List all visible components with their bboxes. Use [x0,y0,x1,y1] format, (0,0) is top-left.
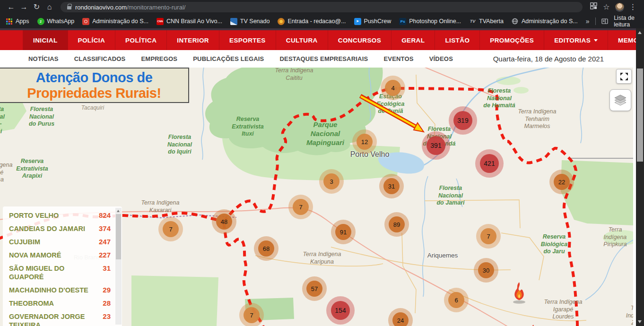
list-item[interactable]: PORTO VELHO824 [3,209,122,222]
current-date: Quarta-feira, 18 de Agosto de 2021 [493,55,604,63]
fire-cluster-marker[interactable]: 89 [389,216,405,232]
fullscreen-icon [619,72,629,81]
forward-icon[interactable]: → [17,1,30,13]
chevron-down-icon [594,39,598,42]
fire-cluster-marker[interactable]: 31 [383,178,400,194]
fire-cluster-marker[interactable]: 24 [392,312,409,326]
bookmarks-right-group: » Lista de leitura [586,15,638,28]
panel-scrollbar-thumb[interactable] [116,214,121,259]
list-item[interactable]: CANDEIAS DO JAMARI374 [3,222,122,235]
fire-cluster-marker[interactable]: 7 [163,221,179,237]
fire-cluster-marker[interactable]: 48 [216,214,232,230]
whatsapp-icon: 2 [37,18,44,25]
panel-scrollbar[interactable] [115,208,122,325]
nav-item-inicial[interactable]: INICIAL [23,30,68,50]
nav-item-geral[interactable]: GERAL [392,30,435,50]
bookmark-whatsapp[interactable]: 2 WhatsApp [37,18,75,25]
page-scrollbar[interactable] [636,28,644,326]
scroll-down-icon[interactable] [638,320,642,323]
fire-cluster-marker[interactable]: 30 [478,262,494,278]
webmail-icon [278,18,285,25]
fire-icon [511,281,528,306]
fullscreen-button[interactable] [616,69,632,84]
url-host: rondoniaovivo.com [75,4,127,11]
profile-avatar[interactable] [615,3,624,12]
nav-item-editorias[interactable]: EDITORIAS [544,30,608,50]
bookmark-entrada-webmail[interactable]: Entrada - redacao@... [278,18,346,25]
secondary-navigation: NOTÍCIAS CLASSIFICADOS EMPREGOS PUBLICAÇ… [0,50,636,68]
bookmark-administracao-1[interactable]: Administração do S... [82,18,148,25]
reading-list-icon [601,18,608,25]
apps-shortcut[interactable]: Apps [6,18,29,25]
bookmark-star-icon[interactable]: ☆ [600,1,613,13]
subnav-empregos[interactable]: EMPREGOS [141,55,178,62]
bookmark-tvaberta[interactable]: TV TVAberta [469,18,504,25]
fire-icon [525,324,542,326]
nav-item-politica[interactable]: POLÍTICA [115,30,167,50]
tv-senado-icon [230,18,237,25]
subnav-eventos[interactable]: EVENTOS [383,55,413,62]
bookmarks-overflow-chevron[interactable]: » [586,17,590,25]
nav-item-listao[interactable]: LISTÃO [435,30,480,50]
fire-cluster-marker[interactable]: 7 [244,307,260,323]
list-item[interactable]: MACHADINHO D'OESTE29 [3,283,122,297]
address-bar[interactable]: rondoniaovivo.com/monitoramento-rural/ [61,2,583,12]
subnav-noticias[interactable]: NOTÍCIAS [28,55,59,62]
fire-cluster-marker[interactable]: 12 [357,134,373,150]
nav-item-policia[interactable]: POLÍCIA [68,30,116,50]
list-item[interactable]: THEOBROMA28 [3,297,122,310]
nav-item-cultura[interactable]: CULTURA [276,30,328,50]
bookmark-tv-senado[interactable]: TV Senado [230,18,270,25]
fire-cluster-marker[interactable]: 6 [448,292,464,308]
fire-cluster-marker[interactable]: 421 [480,154,499,173]
bookmarks-bar: Apps 2 WhatsApp Administração do S... CN… [0,14,644,28]
banner-line1: Atenção Donos de [36,70,153,86]
nav-item-promocoes[interactable]: PROMOÇÕES [480,30,544,50]
bookmark-administracao-2[interactable]: Administração do S... [512,18,578,25]
cnn-icon: CNN [157,18,164,25]
list-item[interactable]: NOVA MAMORÉ227 [3,249,122,262]
globe-icon [512,18,519,25]
apps-grid-icon [6,18,13,25]
rural-properties-banner[interactable]: Atenção Donos de Propriedades Rurais! [0,68,189,103]
fire-cluster-marker[interactable]: 68 [258,240,274,257]
list-item[interactable]: CUJUBIM247 [3,235,122,249]
bookmark-cnn[interactable]: CNN CNN Brasil Ao Vivo... [157,18,222,25]
nav-item-esportes[interactable]: ESPORTES [219,30,276,50]
scroll-up-icon[interactable] [117,210,120,212]
fire-cluster-marker[interactable]: 7 [480,228,496,244]
layers-icon [613,93,628,107]
fire-cluster-marker[interactable]: 319 [453,111,472,130]
back-icon[interactable]: ← [5,1,17,13]
fire-cluster-marker[interactable]: 22 [554,174,570,190]
page-scrollbar-thumb[interactable] [637,69,643,162]
home-icon[interactable]: ⌂ [43,1,56,13]
fire-cluster-marker[interactable]: 4 [385,80,401,96]
fire-cluster-marker[interactable]: 391 [426,136,445,155]
subnav-destaques-empresariais[interactable]: DESTAQUES EMPRESARIAIS [279,55,368,62]
subnav-classificados[interactable]: CLASSIFICADOS [74,55,126,62]
extensions-grid-icon[interactable] [587,1,600,13]
scroll-up-icon[interactable] [638,31,642,34]
fire-cluster-marker[interactable]: 57 [306,281,322,297]
fire-cluster-marker[interactable]: 3 [323,173,339,189]
subnav-videos[interactable]: VÍDEOS [429,55,453,62]
reload-icon[interactable]: ↻ [30,1,43,13]
list-item[interactable]: GOVERNADOR JORGE TEIXEIRA23 [3,310,122,326]
list-item[interactable]: SÃO MIGUEL DO GUAPORÉ31 [3,262,122,283]
fire-monitoring-map[interactable]: Floresta Nacional do Purus Tacaquiri Flo… [0,68,633,326]
subnav-publicacoes-legais[interactable]: PUBLICAÇÕES LEGAIS [193,55,264,62]
fire-count-panel[interactable]: PORTO VELHO824 CANDEIAS DO JAMARI374 CUJ… [3,206,122,326]
fire-cluster-marker[interactable]: 91 [335,224,351,240]
fire-cluster-marker[interactable]: 154 [331,301,350,320]
reading-list-label[interactable]: Lista de leitura [614,15,638,28]
fire-cluster-marker[interactable]: 7 [293,199,309,215]
bookmark-photoshop[interactable]: Ps Photoshop Online... [399,18,461,25]
main-navigation: INICIAL POLÍCIA POLÍTICA INTERIOR ESPORT… [0,28,636,50]
nav-item-concursos[interactable]: CONCURSOS [328,30,392,50]
bookmark-pushcrew[interactable]: ➤ PushCrew [354,18,392,25]
layers-button[interactable] [609,89,631,111]
kebab-menu-icon[interactable]: ⋮ [627,1,639,13]
lock-icon [67,6,71,9]
nav-item-interior[interactable]: INTERIOR [167,30,219,50]
